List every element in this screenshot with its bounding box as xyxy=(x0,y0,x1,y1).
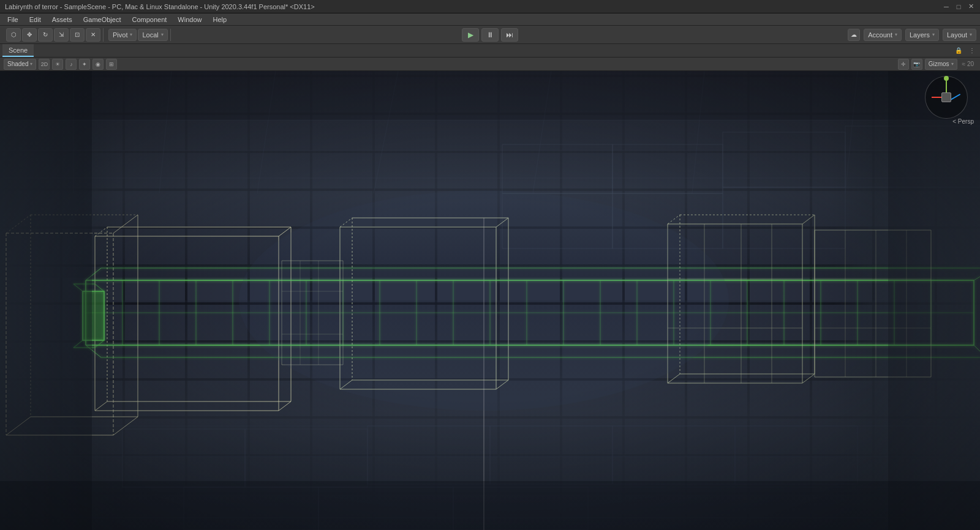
scene-camera-btn[interactable]: 📷 xyxy=(911,59,922,70)
navigation-gizmo[interactable]: < Persp xyxy=(925,76,974,125)
transform-tools-group: ⬡ ✥ ↻ ⇲ ⊡ ✕ xyxy=(4,28,104,42)
svg-rect-143 xyxy=(888,71,980,530)
svg-rect-25 xyxy=(612,426,735,484)
scene-options: 🔒 ⋮ xyxy=(953,44,978,57)
title-bar: Labirynth of terror - SampleScene - PC, … xyxy=(0,0,980,13)
layout-dropdown[interactable]: Layout ▾ xyxy=(943,29,976,41)
scale-tool[interactable]: ⇲ xyxy=(54,28,69,42)
scene-tabbar: Scene 🔒 ⋮ xyxy=(0,44,980,58)
gizmo-y-dot xyxy=(944,76,949,81)
svg-rect-144 xyxy=(0,71,980,120)
step-button[interactable]: ⏭ xyxy=(501,28,518,42)
pause-button[interactable]: ⏸ xyxy=(481,28,499,42)
local-dropdown-arrow: ▾ xyxy=(161,32,164,37)
gizmos-dropdown[interactable]: Gizmos ▾ xyxy=(925,59,957,70)
svg-rect-12 xyxy=(723,132,845,187)
menu-assets[interactable]: Assets xyxy=(47,15,77,24)
pivot-dropdown-arrow: ▾ xyxy=(130,32,132,37)
account-dropdown[interactable]: Account ▾ xyxy=(864,29,902,41)
svg-rect-142 xyxy=(0,71,92,530)
scene-crop-btn[interactable]: ✛ xyxy=(898,59,909,70)
scene-tab[interactable]: Scene xyxy=(2,44,34,57)
svg-line-48 xyxy=(95,401,107,411)
rect-tool[interactable]: ⊡ xyxy=(70,28,85,42)
layers-arrow: ▾ xyxy=(932,32,935,37)
svg-rect-145 xyxy=(0,481,980,530)
svg-point-146 xyxy=(239,190,729,411)
local-label: Local xyxy=(142,31,158,39)
menu-window[interactable]: Window xyxy=(173,15,206,24)
svg-line-113 xyxy=(802,215,815,224)
gizmos-label: Gizmos xyxy=(929,61,949,67)
scene-grid-btn[interactable]: ⊞ xyxy=(106,59,117,70)
scene-lights-btn[interactable]: ☀ xyxy=(52,59,63,70)
gizmo-circle xyxy=(925,76,968,119)
scene-toolbar: Shaded ▾ 2D ☀ ♪ ✦ ◉ ⊞ ✛ 📷 Gizmos ▾ ≈ 20 xyxy=(0,58,980,71)
scene-fx-btn[interactable]: ✦ xyxy=(79,59,90,70)
account-arrow: ▾ xyxy=(895,32,897,37)
play-button[interactable]: ▶ xyxy=(462,28,479,42)
hand-tool[interactable]: ⬡ xyxy=(6,28,21,42)
scene-tab-label: Scene xyxy=(9,47,28,54)
gizmos-arrow: ▾ xyxy=(951,61,954,67)
layers-dropdown[interactable]: Layers ▾ xyxy=(905,29,939,41)
svg-rect-23 xyxy=(368,426,490,484)
2d-label: 2D xyxy=(41,61,48,67)
svg-line-103 xyxy=(95,284,104,291)
svg-rect-24 xyxy=(490,426,612,484)
toolbar-right: ☁ Account ▾ Layers ▾ Layout ▾ xyxy=(848,29,976,41)
scene-right-controls: ✛ 📷 Gizmos ▾ ≈ 20 xyxy=(898,59,976,70)
menu-bar: File Edit Assets GameObject Component Wi… xyxy=(0,13,980,26)
layout-arrow: ▾ xyxy=(970,32,972,37)
scene-search-text: ≈ 20 xyxy=(960,61,976,67)
svg-rect-21 xyxy=(123,429,245,487)
menu-gameobject[interactable]: GameObject xyxy=(78,15,126,24)
scene-audio-btn[interactable]: ♪ xyxy=(66,59,77,70)
scene-canvas: < Persp xyxy=(0,71,980,530)
transform-tool[interactable]: ✕ xyxy=(86,28,100,42)
layers-label: Layers xyxy=(910,31,930,39)
account-label: Account xyxy=(868,31,892,39)
svg-rect-26 xyxy=(735,426,858,484)
title-text: Labirynth of terror - SampleScene - PC, … xyxy=(5,3,942,10)
shading-label: Shaded xyxy=(7,61,28,67)
svg-rect-10 xyxy=(502,144,612,193)
svg-line-106 xyxy=(95,340,104,348)
main-toolbar: ⬡ ✥ ↻ ⇲ ⊡ ✕ Pivot ▾ Local ▾ ▶ ⏸ ⏭ ☁ Acco… xyxy=(0,26,980,44)
menu-component[interactable]: Component xyxy=(127,15,172,24)
play-controls: ▶ ⏸ ⏭ xyxy=(462,28,518,42)
menu-help[interactable]: Help xyxy=(208,15,232,24)
svg-line-35 xyxy=(113,215,138,233)
pivot-group: Pivot ▾ Local ▾ xyxy=(106,29,171,41)
wireframe-svg xyxy=(0,71,980,530)
scene-lock-btn[interactable]: 🔒 xyxy=(953,45,964,56)
close-button[interactable]: ✕ xyxy=(967,2,975,11)
move-tool[interactable]: ✥ xyxy=(22,28,37,42)
svg-rect-22 xyxy=(245,429,368,487)
pivot-label: Pivot xyxy=(113,31,127,39)
viewport: < Persp xyxy=(0,71,980,530)
2d-toggle[interactable]: 2D xyxy=(39,59,50,70)
svg-rect-11 xyxy=(612,144,723,193)
svg-line-46 xyxy=(95,227,107,236)
window-controls: ─ □ ✕ xyxy=(942,2,975,11)
persp-label[interactable]: < Persp xyxy=(952,118,974,125)
local-dropdown[interactable]: Local ▾ xyxy=(138,29,167,41)
restore-button[interactable]: □ xyxy=(954,2,963,11)
shading-arrow: ▾ xyxy=(30,61,32,67)
gizmo-cube xyxy=(941,92,951,102)
svg-line-115 xyxy=(802,374,815,383)
svg-line-112 xyxy=(668,215,680,224)
scene-hidden-btn[interactable]: ◉ xyxy=(92,59,104,70)
pivot-dropdown[interactable]: Pivot ▾ xyxy=(108,29,137,41)
layout-label: Layout xyxy=(947,31,967,39)
rotate-tool[interactable]: ↻ xyxy=(38,28,53,42)
minimize-button[interactable]: ─ xyxy=(942,2,951,11)
svg-line-49 xyxy=(279,401,291,411)
menu-file[interactable]: File xyxy=(2,15,23,24)
scene-more-btn[interactable]: ⋮ xyxy=(967,45,978,56)
shading-dropdown[interactable]: Shaded ▾ xyxy=(4,59,36,70)
svg-line-114 xyxy=(668,374,680,383)
menu-edit[interactable]: Edit xyxy=(24,15,46,24)
collab-icon[interactable]: ☁ xyxy=(848,29,860,41)
